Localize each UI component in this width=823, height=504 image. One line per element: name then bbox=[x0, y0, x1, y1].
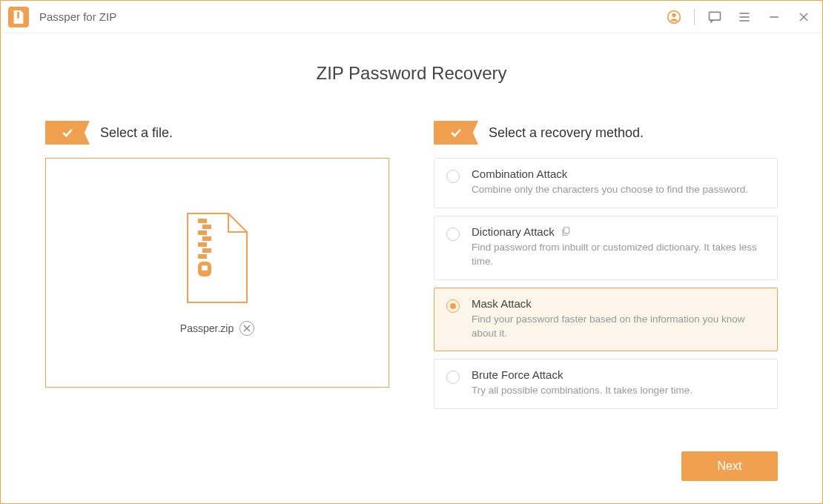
svg-rect-11 bbox=[202, 225, 211, 229]
step1-label: Select a file. bbox=[100, 125, 173, 141]
svg-rect-10 bbox=[198, 219, 207, 223]
svg-rect-13 bbox=[202, 236, 211, 241]
svg-rect-18 bbox=[202, 265, 208, 271]
svg-rect-21 bbox=[563, 228, 569, 233]
radio-icon bbox=[446, 228, 460, 241]
columns: Select a file. bbox=[45, 121, 778, 451]
titlebar-actions bbox=[664, 7, 813, 27]
app-icon bbox=[8, 7, 29, 27]
file-column: Select a file. bbox=[45, 121, 389, 451]
method-desc: Combine only the characters you choose t… bbox=[472, 183, 765, 197]
step2-check-icon bbox=[434, 121, 478, 145]
method-desc: Try all possible combinations. It takes … bbox=[472, 384, 765, 398]
svg-rect-16 bbox=[198, 254, 207, 259]
method-title: Combination Attack bbox=[472, 168, 567, 180]
method-desc: Find your password faster based on the i… bbox=[472, 313, 765, 341]
titlebar: Passper for ZIP bbox=[1, 1, 822, 33]
close-icon[interactable] bbox=[794, 7, 813, 27]
method-title: Brute Force Attack bbox=[472, 368, 563, 381]
radio-icon bbox=[446, 170, 460, 183]
method-title: Dictionary Attack bbox=[472, 225, 555, 238]
step1-check-icon bbox=[45, 121, 90, 145]
next-button[interactable]: Next bbox=[681, 451, 778, 481]
method-brute[interactable]: Brute Force Attack Try all possible comb… bbox=[434, 359, 778, 409]
step1-header: Select a file. bbox=[45, 121, 389, 145]
svg-rect-15 bbox=[202, 248, 211, 253]
app-title: Passper for ZIP bbox=[39, 10, 116, 23]
feedback-icon[interactable] bbox=[705, 7, 724, 27]
app-window: Passper for ZIP ZIP Password Recovery bbox=[0, 0, 823, 504]
method-desc: Find password from inbuilt or customized… bbox=[472, 241, 765, 269]
content: ZIP Password Recovery Select a file. bbox=[1, 33, 822, 451]
radio-icon bbox=[446, 299, 460, 313]
minimize-icon[interactable] bbox=[764, 7, 784, 27]
svg-rect-3 bbox=[710, 12, 721, 20]
account-icon[interactable] bbox=[664, 7, 684, 27]
step2-label: Select a recovery method. bbox=[489, 125, 644, 141]
method-title: Mask Attack bbox=[472, 297, 532, 310]
page-title: ZIP Password Recovery bbox=[45, 63, 778, 84]
import-dictionary-icon[interactable] bbox=[561, 226, 571, 236]
svg-point-2 bbox=[672, 13, 675, 16]
method-dictionary[interactable]: Dictionary Attack Find password from inb… bbox=[434, 216, 778, 280]
step2-header: Select a recovery method. bbox=[434, 121, 778, 145]
selected-file-row: Passper.zip bbox=[180, 321, 254, 336]
method-list: Combination Attack Combine only the char… bbox=[434, 158, 778, 409]
menu-icon[interactable] bbox=[735, 7, 754, 27]
method-combination[interactable]: Combination Attack Combine only the char… bbox=[434, 158, 778, 208]
remove-file-button[interactable] bbox=[239, 321, 254, 336]
method-column: Select a recovery method. Combination At… bbox=[434, 121, 778, 451]
selected-file-name: Passper.zip bbox=[180, 322, 234, 334]
svg-rect-14 bbox=[198, 242, 207, 247]
svg-rect-0 bbox=[17, 11, 19, 18]
method-mask[interactable]: Mask Attack Find your password faster ba… bbox=[434, 288, 778, 352]
titlebar-separator bbox=[694, 9, 695, 25]
zip-file-icon bbox=[180, 210, 254, 306]
footer: Next bbox=[1, 451, 822, 503]
file-drop-panel[interactable]: Passper.zip bbox=[45, 158, 389, 388]
radio-icon bbox=[446, 371, 460, 384]
svg-rect-12 bbox=[198, 231, 207, 235]
